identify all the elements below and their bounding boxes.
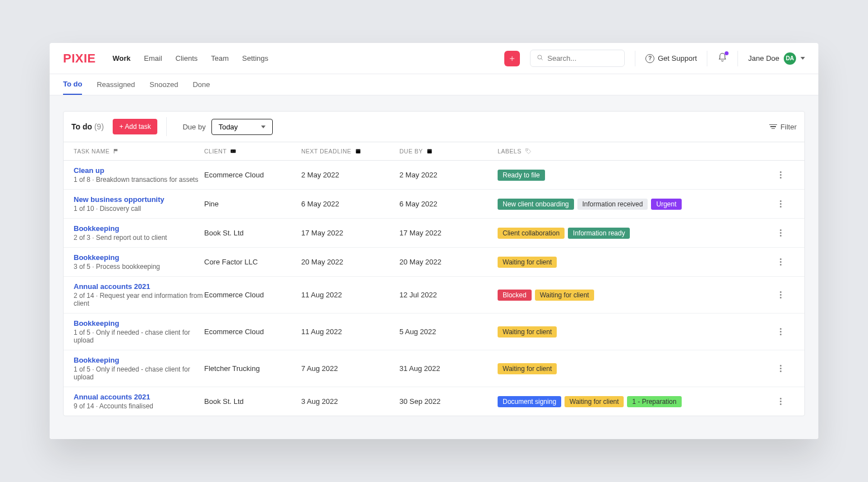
nav-item-settings[interactable]: Settings	[242, 54, 268, 62]
table-row: Bookkeeping2 of 3 · Send report out to c…	[64, 219, 804, 248]
next-deadline-cell: 2 May 2022	[301, 171, 399, 179]
task-subtext: 1 of 5 · Only if needed - chase client f…	[74, 329, 204, 344]
label-pill[interactable]: Information ready	[568, 228, 630, 239]
task-name-link[interactable]: Bookkeeping	[74, 224, 204, 233]
filter-button[interactable]: Filter	[769, 123, 797, 131]
help-icon: ?	[645, 54, 654, 63]
label-pill[interactable]: Waiting for client	[498, 326, 557, 338]
panel-title: To do (9)	[71, 122, 104, 131]
more-vertical-icon[interactable]	[777, 288, 785, 302]
client-cell: Ecommerce Cloud	[204, 327, 301, 336]
task-name-link[interactable]: New business opportunity	[74, 195, 204, 204]
next-deadline-cell: 3 Aug 2022	[301, 397, 399, 406]
svg-rect-6	[231, 150, 236, 153]
label-pill[interactable]: Waiting for client	[498, 257, 557, 268]
due-by-cell: 6 May 2022	[399, 200, 498, 208]
label-pill[interactable]: Blocked	[498, 290, 532, 301]
subtab-todo[interactable]: To do	[63, 74, 82, 95]
next-deadline-cell: 11 Aug 2022	[301, 291, 399, 299]
label-pill[interactable]: Document signing	[498, 396, 561, 407]
svg-point-18	[527, 150, 528, 151]
label-pill[interactable]: Ready to file	[498, 170, 545, 181]
subtab-snoozed[interactable]: Snoozed	[150, 74, 178, 95]
table-row: Clean up1 of 8 · Breakdown transactions …	[64, 161, 804, 190]
more-vertical-icon[interactable]	[777, 362, 785, 375]
due-by-cell: 30 Sep 2022	[399, 397, 498, 406]
labels-cell: Ready to file	[498, 170, 766, 181]
user-menu[interactable]: Jane Doe DA	[748, 52, 805, 65]
due-by-cell: 2 May 2022	[399, 171, 498, 179]
more-vertical-icon[interactable]	[777, 394, 785, 408]
topbar: PIXIE Work Email Clients Team Settings ?…	[50, 43, 818, 74]
due-by-cell: 20 May 2022	[399, 258, 498, 266]
labels-cell: Waiting for client	[498, 257, 766, 268]
support-label: Get Support	[658, 54, 697, 62]
row-actions	[766, 197, 794, 211]
content-area: To do (9) + Add task Due by Today Filter	[50, 95, 818, 439]
client-cell: Core Factor LLC	[204, 258, 301, 266]
label-pill[interactable]: Waiting for client	[535, 290, 594, 301]
subtab-reassigned[interactable]: Reassigned	[97, 74, 135, 95]
label-pill[interactable]: Waiting for client	[498, 363, 557, 374]
col-labels[interactable]: LABELS	[498, 148, 766, 155]
due-by-cell: 17 May 2022	[399, 229, 498, 237]
notifications-button[interactable]	[717, 52, 727, 65]
label-pill[interactable]: Urgent	[651, 199, 681, 210]
add-task-button[interactable]: + Add task	[113, 119, 157, 134]
search-box[interactable]	[530, 50, 625, 67]
col-task[interactable]: TASK NAME	[74, 148, 204, 155]
more-vertical-icon[interactable]	[777, 226, 785, 240]
next-deadline-cell: 20 May 2022	[301, 258, 399, 266]
get-support[interactable]: ? Get Support	[645, 54, 697, 63]
task-cell: Bookkeeping2 of 3 · Send report out to c…	[74, 224, 204, 242]
nav-item-email[interactable]: Email	[144, 54, 162, 62]
task-subtext: 2 of 3 · Send report out to client	[74, 234, 204, 242]
col-client[interactable]: CLIENT	[204, 148, 301, 155]
label-pill[interactable]: Client collaboration	[498, 228, 565, 239]
filter-label: Filter	[780, 123, 797, 131]
next-deadline-cell: 11 Aug 2022	[301, 327, 399, 336]
chevron-down-icon	[801, 57, 805, 60]
svg-rect-14	[427, 150, 432, 154]
task-cell: Clean up1 of 8 · Breakdown transactions …	[74, 166, 204, 184]
task-cell: Annual accounts 20212 of 14 · Request ye…	[74, 282, 204, 307]
row-actions	[766, 325, 794, 339]
label-pill[interactable]: New client onboarding	[498, 199, 574, 210]
label-pill[interactable]: 1 - Preparation	[627, 396, 681, 407]
task-name-link[interactable]: Annual accounts 2021	[74, 282, 204, 291]
task-name-link[interactable]: Clean up	[74, 166, 204, 175]
next-deadline-cell: 6 May 2022	[301, 200, 399, 208]
nav-item-work[interactable]: Work	[113, 54, 131, 62]
row-actions	[766, 362, 794, 375]
more-vertical-icon[interactable]	[777, 197, 785, 211]
due-by-select[interactable]: Today	[211, 119, 273, 135]
more-vertical-icon[interactable]	[777, 325, 785, 339]
search-icon	[536, 54, 544, 63]
task-name-link[interactable]: Bookkeeping	[74, 319, 204, 327]
labels-cell: BlockedWaiting for client	[498, 290, 766, 301]
panel-toolbar: To do (9) + Add task Due by Today Filter	[64, 112, 804, 142]
label-pill[interactable]: Waiting for client	[565, 396, 624, 407]
subtab-done[interactable]: Done	[192, 74, 210, 95]
more-vertical-icon[interactable]	[777, 255, 785, 269]
search-input[interactable]	[547, 54, 619, 62]
task-name-link[interactable]: Bookkeeping	[74, 253, 204, 262]
nav-item-clients[interactable]: Clients	[176, 54, 198, 62]
main-nav: Work Email Clients Team Settings	[113, 54, 268, 62]
task-name-link[interactable]: Bookkeeping	[74, 356, 204, 364]
col-due-by[interactable]: DUE BY	[399, 148, 498, 155]
row-actions	[766, 168, 794, 182]
task-name-link[interactable]: Annual accounts 2021	[74, 393, 204, 401]
nav-item-team[interactable]: Team	[211, 54, 229, 62]
more-vertical-icon[interactable]	[777, 168, 785, 182]
task-cell: Bookkeeping1 of 5 · Only if needed - cha…	[74, 356, 204, 381]
user-name: Jane Doe	[748, 54, 779, 62]
add-button[interactable]	[504, 51, 520, 66]
task-cell: Annual accounts 20219 of 14 · Accounts f…	[74, 393, 204, 410]
label-pill[interactable]: Information received	[577, 199, 648, 210]
col-next-deadline[interactable]: NEXT DEADLINE	[301, 148, 399, 155]
client-cell: Pine	[204, 200, 301, 208]
panel-count: (9)	[94, 122, 104, 131]
client-cell: Ecommerce Cloud	[204, 291, 301, 299]
client-cell: Ecommerce Cloud	[204, 171, 301, 179]
